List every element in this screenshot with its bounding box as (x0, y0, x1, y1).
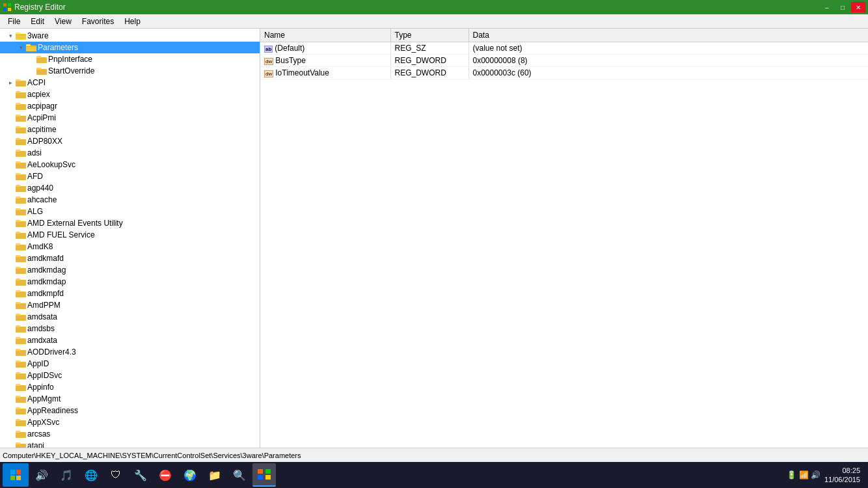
svg-rect-22 (16, 128, 26, 133)
table-row[interactable]: dwIoTimeoutValue REG_DWORD 0x0000003c (6… (260, 67, 868, 79)
menu-file[interactable]: File (3, 16, 25, 27)
tree-item-amdkmafd[interactable]: ▸ amdkmafd (0, 252, 260, 264)
table-row[interactable]: dwBusType REG_DWORD 0x00000008 (8) (260, 55, 868, 67)
tree-item-amd-fuel[interactable]: ▸ AMD FUEL Service (0, 229, 260, 241)
system-tray: 🔋 📶 🔊 08:25 11/06/2015 (781, 466, 865, 485)
tree-item-3ware[interactable]: ▾ 3ware (0, 30, 260, 42)
tree-item-appxsvc[interactable]: ▸ AppXSvc (0, 416, 260, 428)
maximize-button[interactable]: □ (835, 2, 850, 12)
svg-rect-8 (26, 44, 31, 46)
tree-item-appinfo[interactable]: ▸ Appinfo (0, 381, 260, 393)
tree-item-parameters[interactable]: ▾ Parameters (0, 42, 260, 53)
value-name: ab(Default) (260, 42, 390, 55)
table-row[interactable]: ab(Default) REG_SZ (value not set) (260, 42, 868, 55)
tree-item-acpiex[interactable]: ▸ acpiex (0, 88, 260, 100)
close-button[interactable]: ✕ (851, 2, 865, 12)
tree-item-acpi[interactable]: ▸ ACPI (0, 77, 260, 88)
svg-rect-56 (16, 327, 26, 332)
tree-item-appid[interactable]: ▸ AppID (0, 358, 260, 370)
tree-label: Parameters (38, 43, 78, 52)
tree-label: amdkmpfd (27, 289, 64, 298)
taskbar-tools[interactable]: 🔧 (129, 463, 152, 487)
tree-item-appidsvc[interactable]: ▸ AppIDSvc (0, 370, 260, 381)
status-text: Computer\HKEY_LOCAL_MACHINE\SYSTEM\Curre… (3, 452, 301, 459)
tree-item-amdkmpfd[interactable]: ▸ amdkmpfd (0, 288, 260, 299)
tree-label: amdsbs (27, 324, 55, 333)
taskbar-network[interactable]: 🌐 (79, 463, 103, 487)
folder-icon (16, 172, 26, 181)
tree-item-acpipmi[interactable]: ▸ AcpiPmi (0, 112, 260, 124)
tree-label: amdkmdap (27, 277, 66, 286)
tree-item-acpipagr[interactable]: ▸ acpipagr (0, 100, 260, 112)
taskbar-sound[interactable]: 🔊 (30, 463, 53, 487)
tree-item-amdkmdap[interactable]: ▸ amdkmdap (0, 276, 260, 288)
tree-item-appreadiness[interactable]: ▸ AppReadiness (0, 405, 260, 416)
tree-label: atapi (27, 441, 44, 448)
folder-icon (16, 418, 26, 427)
svg-rect-83 (16, 476, 21, 480)
menu-edit[interactable]: Edit (25, 16, 49, 27)
tree-item-ahcache[interactable]: ▸ ahcache (0, 194, 260, 206)
tree-item-agp440[interactable]: ▸ agp440 (0, 182, 260, 194)
menu-favorites[interactable]: Favorites (77, 16, 119, 27)
minimize-button[interactable]: – (820, 2, 834, 12)
value-data: 0x00000008 (8) (468, 55, 868, 67)
svg-rect-69 (16, 396, 20, 398)
expand-btn[interactable]: ▸ (5, 77, 16, 88)
expand-btn[interactable]: ▾ (5, 31, 16, 41)
expand-btn[interactable]: ▾ (16, 42, 26, 53)
tree-item-amdxata[interactable]: ▸ amdxata (0, 334, 260, 346)
svg-rect-37 (16, 208, 20, 210)
svg-rect-63 (16, 360, 20, 362)
tree-item-amd-external[interactable]: ▸ AMD External Events Utility (0, 217, 260, 229)
menu-view[interactable]: View (49, 16, 77, 27)
menu-help[interactable]: Help (119, 16, 146, 27)
tree-item-adsi[interactable]: ▸ adsi (0, 147, 260, 159)
tree-item-amdppm[interactable]: ▸ AmdPPM (0, 299, 260, 311)
tree-item-amdk8[interactable]: ▸ AmdK8 (0, 241, 260, 252)
tree-item-alg[interactable]: ▸ ALG (0, 206, 260, 217)
taskbar-shield[interactable]: 🛡 (104, 463, 128, 487)
svg-rect-45 (16, 255, 20, 257)
taskbar-scan[interactable]: 🔍 (228, 463, 251, 487)
svg-rect-23 (16, 126, 20, 128)
svg-rect-54 (16, 315, 26, 321)
tree-item-arcsas[interactable]: ▸ arcsas (0, 428, 260, 440)
start-button[interactable] (3, 463, 29, 487)
folder-icon (16, 195, 26, 204)
registry-tree[interactable]: ▾ 3ware▾ Parameters▸ PnpInterface▸ Start… (0, 29, 260, 448)
col-header-data: Data (468, 29, 868, 42)
taskbar-folder[interactable]: 📁 (203, 463, 226, 487)
svg-rect-10 (36, 57, 47, 63)
tree-item-pnpinterface[interactable]: ▸ PnpInterface (0, 53, 260, 65)
tree-item-amdsata[interactable]: ▸ amdsata (0, 311, 260, 323)
tree-item-startoverride[interactable]: ▸ StartOverride (0, 65, 260, 77)
window-controls[interactable]: – □ ✕ (820, 2, 865, 12)
tree-item-aelookupsvc[interactable]: ▸ AeLookupSvc (0, 159, 260, 170)
tree-item-adp80xx[interactable]: ▸ ADP80XX (0, 135, 260, 147)
svg-rect-74 (16, 432, 26, 438)
tree-label: ahcache (27, 195, 57, 204)
svg-rect-42 (16, 245, 26, 251)
taskbar-regedit[interactable] (252, 463, 276, 487)
tree-item-atapi[interactable]: ▸ atapi (0, 440, 260, 448)
tree-item-amdkmdag[interactable]: ▸ amdkmdag (0, 264, 260, 276)
tree-item-afd[interactable]: ▸ AFD (0, 170, 260, 182)
tree-label: AppID (27, 359, 49, 368)
value-name: dwIoTimeoutValue (260, 67, 390, 79)
tree-item-appmgmt[interactable]: ▸ AppMgmt (0, 393, 260, 405)
folder-icon (16, 324, 26, 333)
tree-item-aoddriver43[interactable]: ▸ AODDriver4.3 (0, 346, 260, 358)
tree-item-acpitime[interactable]: ▸ acpitime (0, 124, 260, 135)
svg-rect-36 (16, 210, 26, 215)
taskbar-browser[interactable]: 🌍 (178, 463, 202, 487)
tree-label: ALG (27, 207, 43, 216)
folder-icon (36, 66, 47, 75)
taskbar-media[interactable]: 🎵 (55, 463, 78, 487)
svg-rect-51 (16, 290, 20, 292)
taskbar-antivirus[interactable]: ⛔ (154, 463, 177, 487)
tree-item-amdsbs[interactable]: ▸ amdsbs (0, 323, 260, 334)
tree-label: amdkmdag (27, 265, 66, 275)
svg-rect-39 (16, 220, 20, 222)
svg-rect-38 (16, 221, 26, 227)
